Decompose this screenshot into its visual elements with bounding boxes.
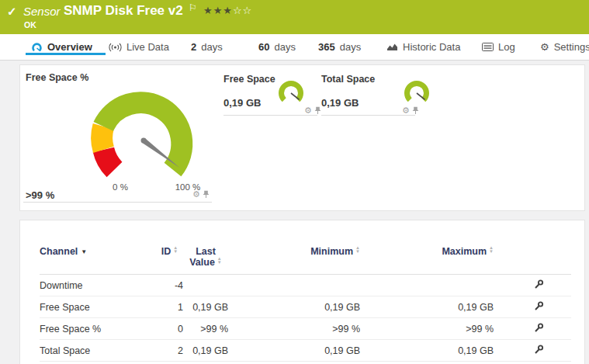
channel-id-cell: 1 [156, 296, 183, 318]
active-tab-underline [26, 53, 106, 55]
total-space-gauge [402, 78, 431, 107]
sensor-header: ✓ Sensor SNMP Disk Free v2 ⚐ ★★★☆☆ OK [0, 0, 589, 34]
channels-panel: Channel▼ ID▲▼ LastValue▲▼ Minimum▲▼ Maxi… [19, 220, 585, 364]
column-header-minimum[interactable]: Minimum▲▼ [228, 246, 360, 275]
free-space-gauge [276, 78, 306, 107]
tab-settings[interactable]: ⚙ Settings [540, 34, 589, 60]
tab-overview-label: Overview [47, 41, 92, 53]
tab-2-days-label: days [201, 41, 222, 53]
tab-historic-data-label: Historic Data [403, 41, 460, 53]
channel-name-cell[interactable]: Free Space % [40, 318, 156, 340]
channel-maximum-cell [360, 275, 494, 296]
column-header-value-label: Value [189, 257, 215, 268]
sensor-title: SNMP Disk Free v2 [64, 3, 183, 19]
overview-gauges-panel: Free Space % 0 % 100 % >99 % ⚙ Free Spac… [19, 64, 585, 211]
channel-maximum-cell: >99 % [360, 318, 494, 340]
tile-pin-icon[interactable] [203, 190, 210, 199]
free-space-tile-actions[interactable]: ⚙ [304, 106, 321, 115]
channel-id-cell: 0 [156, 318, 183, 340]
channel-maximum-cell: 0,19 GB [360, 296, 494, 318]
free-space-gauge-value: 0,19 GB [223, 97, 261, 109]
tab-live-data-label: Live Data [126, 41, 169, 53]
column-header-channel[interactable]: Channel▼ [40, 246, 156, 275]
channel-minimum-cell: 0,19 GB [228, 340, 360, 362]
tile-divider [23, 202, 212, 203]
chart-icon [386, 43, 398, 51]
total-space-gauge-title: Total Space [321, 74, 375, 85]
stars-empty[interactable]: ☆☆ [233, 5, 252, 16]
channel-name-cell[interactable]: Free Space [40, 296, 156, 318]
column-header-last-value[interactable]: LastValue▲▼ [183, 246, 228, 275]
stars-filled[interactable]: ★★★ [203, 5, 233, 16]
sort-arrows-icon: ▲▼ [489, 246, 494, 254]
column-header-tools [494, 246, 571, 275]
column-header-minimum-label: Minimum [310, 246, 353, 257]
total-space-gauge-value: 0,19 GB [321, 97, 359, 109]
channel-last-value-cell [183, 275, 228, 296]
sort-caret-icon: ▼ [81, 248, 87, 255]
tile-gear-icon[interactable]: ⚙ [304, 106, 312, 115]
tab-60-days[interactable]: 60 days [258, 34, 296, 60]
tab-60-days-label: days [274, 41, 295, 53]
tab-365-days-number: 365 [318, 41, 335, 53]
gauge-scale-min: 0 % [103, 182, 137, 192]
tab-60-days-number: 60 [258, 41, 269, 53]
channel-settings-wrench-icon[interactable] [534, 279, 544, 289]
table-row: Downtime -4 [40, 275, 571, 296]
column-header-id[interactable]: ID▲▼ [156, 246, 183, 275]
channels-table: Channel▼ ID▲▼ LastValue▲▼ Minimum▲▼ Maxi… [40, 246, 571, 362]
column-header-maximum[interactable]: Maximum▲▼ [360, 246, 494, 275]
primary-gauge-value: >99 % [26, 189, 54, 201]
table-row: Free Space % 0 >99 % >99 % >99 % [40, 318, 571, 340]
channel-name-cell[interactable]: Total Space [40, 340, 156, 362]
tab-2-days-number: 2 [191, 41, 196, 53]
tile-pin-icon[interactable] [412, 106, 419, 115]
sort-arrows-icon: ▲▼ [217, 257, 222, 265]
column-header-last-label: Last [196, 246, 216, 257]
object-kind-label: Sensor [23, 5, 61, 18]
tab-historic-data[interactable]: Historic Data [386, 34, 460, 60]
table-header-row: Channel▼ ID▲▼ LastValue▲▼ Minimum▲▼ Maxi… [40, 246, 571, 275]
column-header-channel-label: Channel [40, 246, 78, 257]
tile-pin-icon[interactable] [314, 106, 321, 115]
primary-tile-actions[interactable]: ⚙ [192, 190, 210, 199]
column-header-maximum-label: Maximum [442, 246, 487, 257]
tab-bar: Overview Live Data 2 days 60 days 365 da… [0, 34, 589, 61]
tile-gear-icon[interactable]: ⚙ [192, 190, 200, 199]
channel-last-value-cell: 0,19 GB [183, 340, 228, 362]
channel-name-cell[interactable]: Downtime [40, 275, 156, 296]
settings-gear-icon: ⚙ [540, 42, 549, 52]
channel-minimum-cell [228, 275, 360, 296]
channel-id-cell: 2 [156, 340, 183, 362]
channel-last-value-cell: >99 % [183, 318, 228, 340]
channel-settings-wrench-icon[interactable] [534, 345, 544, 355]
tab-overview[interactable]: Overview [31, 34, 92, 60]
channel-maximum-cell: 0,19 GB [360, 340, 494, 362]
gauge-icon [31, 42, 43, 52]
tab-2-days[interactable]: 2 days [191, 34, 223, 60]
table-row: Total Space 2 0,19 GB 0,19 GB 0,19 GB [40, 340, 571, 362]
free-space-gauge-title: Free Space [223, 74, 275, 85]
channel-settings-wrench-icon[interactable] [534, 323, 544, 333]
primary-gauge [81, 75, 206, 199]
priority-flag-icon[interactable]: ⚐ [189, 2, 197, 13]
tile-gear-icon[interactable]: ⚙ [402, 106, 410, 115]
live-data-icon [109, 43, 122, 52]
tab-live-data[interactable]: Live Data [109, 34, 169, 60]
tab-settings-label: Settings [554, 41, 589, 53]
tab-365-days[interactable]: 365 days [318, 34, 361, 60]
tab-365-days-label: days [340, 41, 361, 53]
log-list-icon [482, 43, 494, 51]
channel-settings-wrench-icon[interactable] [534, 301, 544, 311]
primary-gauge-title: Free Space % [26, 72, 88, 83]
sensor-status-badge: OK [24, 20, 36, 29]
table-row: Free Space 1 0,19 GB 0,19 GB 0,19 GB [40, 296, 571, 318]
tab-log[interactable]: Log [482, 34, 515, 60]
status-ok-check-icon: ✓ [7, 5, 17, 19]
channel-id-cell: -4 [156, 275, 183, 296]
tile-divider [223, 115, 317, 116]
sort-arrows-icon: ▲▼ [173, 246, 178, 254]
column-header-id-label: ID [161, 246, 172, 257]
total-space-tile-actions[interactable]: ⚙ [402, 106, 419, 115]
priority-stars[interactable]: ★★★☆☆ [203, 5, 252, 16]
